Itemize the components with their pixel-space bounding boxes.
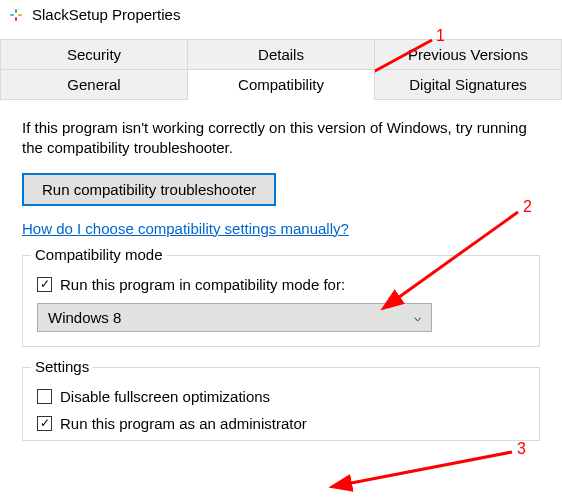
compat-mode-checkbox[interactable]	[37, 277, 52, 292]
chevron-down-icon: ⌵	[414, 310, 421, 324]
tab-general[interactable]: General	[0, 70, 188, 100]
slack-icon	[8, 7, 24, 23]
tab-strip: Security Details Previous Versions Gener…	[0, 39, 562, 100]
tab-details[interactable]: Details	[188, 39, 375, 70]
disable-fullscreen-label: Disable fullscreen optimizations	[60, 388, 270, 405]
run-admin-label: Run this program as an administrator	[60, 415, 307, 432]
settings-group-label: Settings	[31, 358, 93, 375]
disable-fullscreen-checkbox[interactable]	[37, 389, 52, 404]
run-admin-checkbox[interactable]	[37, 416, 52, 431]
tab-content: If this program isn't working correctly …	[0, 100, 562, 479]
window-title: SlackSetup Properties	[32, 6, 180, 23]
compat-mode-select[interactable]: Windows 8 ⌵	[37, 303, 432, 332]
annotation-1: 1	[436, 27, 445, 45]
compat-mode-value: Windows 8	[48, 309, 121, 326]
svg-rect-0	[10, 14, 14, 16]
tab-security[interactable]: Security	[0, 39, 188, 70]
title-bar: SlackSetup Properties	[0, 0, 562, 31]
svg-rect-3	[15, 17, 17, 21]
svg-rect-1	[18, 14, 22, 16]
tab-digital-signatures[interactable]: Digital Signatures	[375, 70, 562, 100]
help-link[interactable]: How do I choose compatibility settings m…	[22, 220, 349, 237]
run-troubleshooter-button[interactable]: Run compatibility troubleshooter	[22, 173, 276, 206]
compatibility-mode-group: Compatibility mode Run this program in c…	[22, 255, 540, 347]
svg-rect-2	[15, 9, 17, 13]
compat-mode-label: Run this program in compatibility mode f…	[60, 276, 345, 293]
settings-group: Settings Disable fullscreen optimization…	[22, 367, 540, 441]
tab-previous-versions[interactable]: Previous Versions	[375, 39, 562, 70]
tab-compatibility[interactable]: Compatibility	[188, 70, 375, 100]
annotation-3: 3	[517, 440, 526, 458]
compat-group-label: Compatibility mode	[31, 246, 167, 263]
annotation-2: 2	[523, 198, 532, 216]
intro-text: If this program isn't working correctly …	[22, 118, 540, 159]
